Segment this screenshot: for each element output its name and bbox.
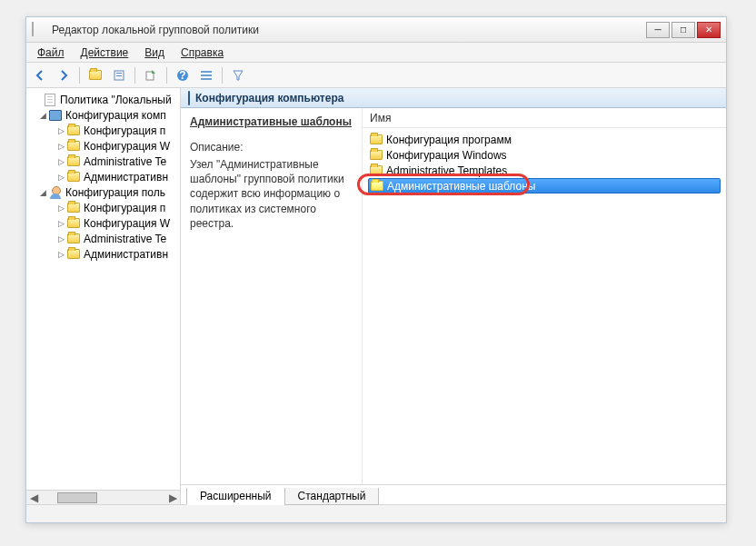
forward-button[interactable] <box>54 65 74 85</box>
window-title: Редактор локальной групповой политики <box>52 24 646 36</box>
list-item[interactable]: Конфигурация программ <box>368 132 721 147</box>
tab-standard[interactable]: Стандартный <box>284 488 380 505</box>
menu-help[interactable]: Справка <box>174 45 231 61</box>
export-button[interactable] <box>141 65 161 85</box>
tree-item[interactable]: ▷Конфигурация п <box>28 123 180 138</box>
window-frame: Редактор локальной групповой политики ─ … <box>25 16 727 523</box>
minimize-button[interactable]: ─ <box>646 22 670 38</box>
scroll-thumb[interactable] <box>57 492 97 503</box>
folder-icon <box>370 134 383 144</box>
tree-item[interactable]: ▷Конфигурация W <box>28 138 180 154</box>
back-button[interactable] <box>30 65 50 85</box>
tree-user-config[interactable]: ◢Конфигурация поль <box>28 184 180 200</box>
menu-view[interactable]: Вид <box>137 45 172 61</box>
menu-action[interactable]: Действие <box>74 45 136 61</box>
statusbar <box>26 504 726 522</box>
up-button[interactable] <box>85 65 105 85</box>
list-item[interactable]: Конфигурация Windows <box>368 147 721 163</box>
header-title: Конфигурация компьютера <box>195 92 343 104</box>
desc-section-title: Административные шаблоны <box>190 115 353 128</box>
content-body: Административные шаблоны Описание: Узел … <box>181 108 726 484</box>
list-item[interactable]: Administrative Templates <box>368 163 721 178</box>
tree-item[interactable]: ▷Конфигурация п <box>28 200 180 215</box>
toolbar-separator <box>134 67 135 84</box>
scroll-right-icon[interactable]: ▶ <box>165 491 180 504</box>
svg-rect-6 <box>201 71 212 73</box>
maximize-button[interactable]: □ <box>671 22 695 38</box>
toolbar-separator <box>79 67 80 84</box>
properties-button[interactable] <box>109 65 129 85</box>
svg-rect-8 <box>201 78 212 80</box>
list-item-selected[interactable]: Административные шаблоны <box>368 178 721 194</box>
toolbar-separator <box>166 67 167 84</box>
content-pane: Конфигурация компьютера Административные… <box>181 88 726 504</box>
list-header[interactable]: Имя <box>363 108 726 128</box>
tree: Политика "Локальный ◢Конфигурация комп ▷… <box>26 88 180 265</box>
tree-item[interactable]: ▷Administrative Te <box>28 231 180 246</box>
folder-icon <box>370 165 383 175</box>
toolbar: ? <box>26 63 726 88</box>
list-column: Имя Конфигурация программ Конфигурация W… <box>363 108 726 484</box>
description-column: Административные шаблоны Описание: Узел … <box>181 108 363 484</box>
header-band: Конфигурация компьютера <box>181 88 726 108</box>
tab-extended[interactable]: Расширенный <box>186 488 285 505</box>
titlebar[interactable]: Редактор локальной групповой политики ─ … <box>26 17 726 43</box>
tree-item[interactable]: ▷Административн <box>28 169 180 184</box>
help-button[interactable]: ? <box>173 65 193 85</box>
desc-label: Описание: <box>190 141 353 154</box>
close-button[interactable]: ✕ <box>697 22 721 38</box>
folder-icon <box>370 150 383 160</box>
tree-pane[interactable]: Политика "Локальный ◢Конфигурация комп ▷… <box>26 88 181 504</box>
menu-file[interactable]: Файл <box>30 45 72 61</box>
filter-button[interactable] <box>228 65 248 85</box>
toolbar-separator <box>222 67 223 84</box>
scroll-left-icon[interactable]: ◀ <box>26 491 41 504</box>
col-name: Имя <box>370 112 391 124</box>
folder-icon <box>371 181 383 191</box>
tree-root[interactable]: Политика "Локальный <box>28 92 180 107</box>
details-button[interactable] <box>196 65 216 85</box>
tree-computer-config[interactable]: ◢Конфигурация комп <box>28 107 180 123</box>
window-controls: ─ □ ✕ <box>646 22 721 38</box>
svg-rect-1 <box>116 73 122 74</box>
svg-rect-2 <box>116 75 122 76</box>
svg-rect-7 <box>201 74 212 76</box>
tree-hscrollbar[interactable]: ◀ ▶ <box>26 490 180 504</box>
tree-item[interactable]: ▷Administrative Te <box>28 154 180 169</box>
app-icon <box>32 23 46 37</box>
desc-text: Узел "Административные шаблоны" группово… <box>190 157 353 231</box>
body: Политика "Локальный ◢Конфигурация комп ▷… <box>26 88 726 504</box>
list-body: Конфигурация программ Конфигурация Windo… <box>363 128 726 484</box>
tabs: Расширенный Стандартный <box>181 484 726 504</box>
tree-item[interactable]: ▷Конфигурация W <box>28 215 180 231</box>
tree-item[interactable]: ▷Административн <box>28 246 180 262</box>
menubar: Файл Действие Вид Справка <box>26 43 726 63</box>
computer-icon <box>188 92 190 104</box>
svg-text:?: ? <box>179 69 185 82</box>
